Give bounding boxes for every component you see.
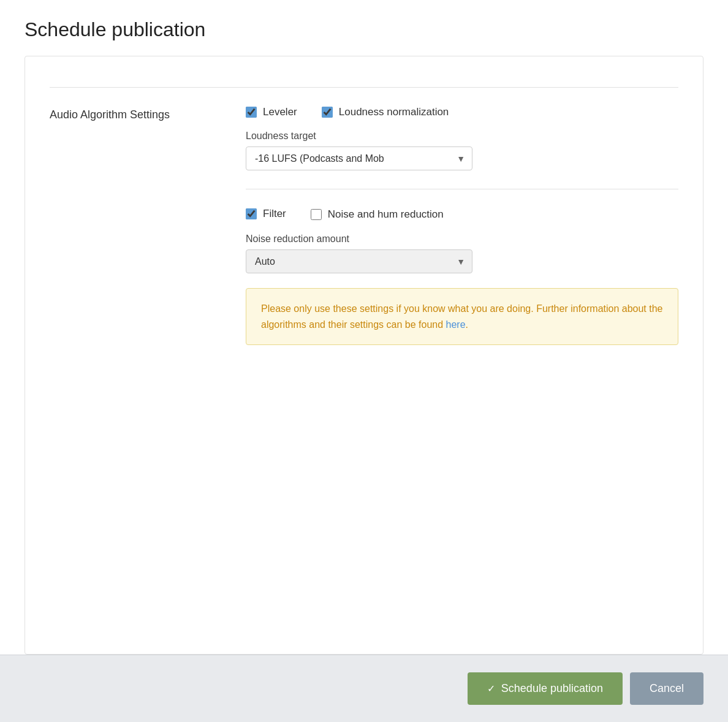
warning-text-part2: . [466, 319, 468, 330]
filter-label: Filter [263, 208, 286, 220]
leveler-loudness-row: Leveler Loudness normalization [246, 106, 678, 118]
filter-checkbox-item[interactable]: Filter [246, 208, 286, 220]
loudness-target-field: Loudness target -16 LUFS (Podcasts and M… [246, 131, 678, 170]
leveler-checkbox[interactable] [246, 107, 257, 118]
leveler-checkbox-item[interactable]: Leveler [246, 106, 297, 118]
content-panel: Audio Algorithm Settings Leveler Loudnes… [25, 56, 703, 363]
schedule-button-label: Schedule publication [501, 682, 603, 695]
bottom-bar: ✓ Schedule publication Cancel [0, 655, 728, 722]
loudness-target-select[interactable]: -16 LUFS (Podcasts and Mob -14 LUFS (Str… [246, 146, 472, 170]
cancel-button-label: Cancel [650, 682, 684, 694]
noise-reduction-field: Noise reduction amount Auto Low Medium H… [246, 234, 678, 273]
section-divider-top [50, 87, 678, 88]
filter-noise-row: Filter Noise and hum reduction [246, 208, 678, 221]
schedule-publication-button[interactable]: ✓ Schedule publication [468, 672, 623, 705]
audio-algorithm-settings-row: Audio Algorithm Settings Leveler Loudnes… [50, 106, 678, 345]
warning-link[interactable]: here [446, 319, 466, 330]
noise-reduction-label: Noise reduction amount [246, 234, 678, 245]
noise-hum-checkbox-item[interactable]: Noise and hum reduction [311, 208, 444, 221]
settings-controls: Leveler Loudness normalization Loudness … [246, 106, 678, 345]
loudness-normalization-label: Loudness normalization [339, 106, 449, 118]
warning-box: Please only use these settings if you kn… [246, 288, 678, 345]
loudness-target-select-wrapper: -16 LUFS (Podcasts and Mob -14 LUFS (Str… [246, 146, 472, 170]
leveler-label: Leveler [263, 106, 297, 118]
noise-hum-label: Noise and hum reduction [328, 208, 444, 221]
audio-algorithm-label: Audio Algorithm Settings [50, 106, 221, 121]
filter-section: Filter Noise and hum reduction Noise red… [246, 208, 678, 345]
loudness-target-label: Loudness target [246, 131, 678, 142]
checkmark-icon: ✓ [487, 683, 495, 694]
noise-hum-checkbox[interactable] [311, 209, 322, 220]
loudness-normalization-checkbox-item[interactable]: Loudness normalization [322, 106, 449, 118]
section-divider-middle [246, 189, 678, 189]
scroll-area[interactable]: Audio Algorithm Settings Leveler Loudnes… [25, 56, 703, 655]
page-title: Schedule publication [25, 18, 703, 41]
page-container: Schedule publication Audio Algorithm Set… [0, 0, 728, 655]
filter-checkbox[interactable] [246, 208, 257, 219]
loudness-normalization-checkbox[interactable] [322, 107, 333, 118]
cancel-button[interactable]: Cancel [630, 672, 703, 705]
noise-reduction-select-wrapper: Auto Low Medium High ▼ [246, 249, 472, 273]
warning-text: Please only use these settings if you kn… [261, 301, 663, 332]
noise-reduction-select[interactable]: Auto Low Medium High [246, 249, 472, 273]
